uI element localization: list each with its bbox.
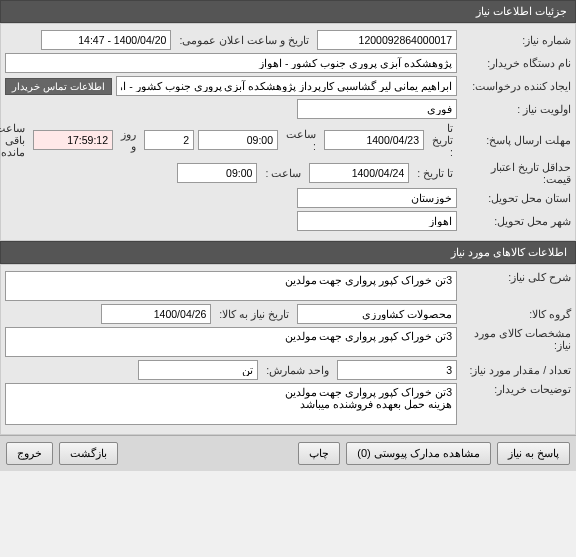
countdown-input [33,130,113,150]
spec-label: مشخصات کالای مورد نیاز: [461,327,571,351]
desc-label: شرح کلی نیاز: [461,271,571,283]
buyer-label: نام دستگاه خریدار: [461,57,571,69]
notes-label: توضیحات خریدار: [461,383,571,395]
group-label: گروه کالا: [461,308,571,320]
announce-label: تاریخ و ساعت اعلان عمومی: [175,34,313,46]
deadline-time-input[interactable] [198,130,278,150]
creator-input[interactable] [116,76,457,96]
time-label-1: ساعت : [282,128,320,152]
creator-label: ایجاد کننده درخواست: [461,80,571,92]
respond-button[interactable]: پاسخ به نیاز [497,442,570,465]
back-button[interactable]: بازگشت [59,442,118,465]
print-button[interactable]: چاپ [298,442,340,465]
deadline-date-input[interactable] [324,130,424,150]
form-need-details: شماره نیاز: تاریخ و ساعت اعلان عمومی: نا… [0,23,576,241]
validity-time-input[interactable] [177,163,257,183]
form-goods: شرح کلی نیاز: گروه کالا: تاریخ نیاز به ک… [0,264,576,435]
days-label: روز و [117,128,140,152]
qty-input[interactable] [337,360,457,380]
section-header-goods: اطلاعات کالاهای مورد نیاز [0,241,576,264]
validity-label: حداقل تاریخ اعتبار قیمت: [461,161,571,185]
days-remaining-input [144,130,194,150]
buyer-input[interactable] [5,53,457,73]
unit-label: واحد شمارش: [262,364,333,376]
validity-date-input[interactable] [309,163,409,183]
exit-button[interactable]: خروج [6,442,53,465]
need-number-label: شماره نیاز: [461,34,571,46]
need-date-input[interactable] [101,304,211,324]
to-date-label-2: تا تاریخ : [413,167,457,179]
priority-label: اولویت نیاز : [461,103,571,115]
attachments-button[interactable]: مشاهده مدارک پیوستی (0) [346,442,491,465]
need-number-input[interactable] [317,30,457,50]
priority-input[interactable] [297,99,457,119]
contact-buyer-button[interactable]: اطلاعات تماس خریدار [5,78,112,95]
spec-textarea[interactable] [5,327,457,357]
footer-toolbar: پاسخ به نیاز مشاهده مدارک پیوستی (0) چاپ… [0,435,576,471]
to-date-label-1: تا تاریخ : [428,122,457,158]
province-label: استان محل تحویل: [461,192,571,204]
notes-textarea[interactable] [5,383,457,425]
group-input[interactable] [297,304,457,324]
section-header-need-details: جزئیات اطلاعات نیاز [0,0,576,23]
city-label: شهر محل تحویل: [461,215,571,227]
unit-input[interactable] [138,360,258,380]
announce-input[interactable] [41,30,171,50]
province-input[interactable] [297,188,457,208]
desc-textarea[interactable] [5,271,457,301]
city-input[interactable] [297,211,457,231]
time-label-2: ساعت : [261,167,305,179]
deadline-label: مهلت ارسال پاسخ: [461,134,571,146]
remaining-label: ساعت باقی مانده [0,122,29,158]
qty-label: تعداد / مقدار مورد نیاز: [461,364,571,376]
need-date-label: تاریخ نیاز به کالا: [215,308,293,320]
